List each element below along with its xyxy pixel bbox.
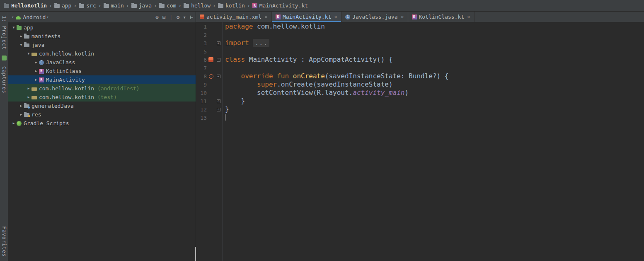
breadcrumb-item-mainactivity-kt[interactable]: KMainActivity.kt [251,2,309,9]
breadcrumb: HelloKotlin›app›src›main›java›com›hellow… [0,0,644,12]
code-pane[interactable]: package com.hellow.kotlinimport ...class… [223,22,644,261]
chevron-down-icon[interactable]: ▾ [46,15,48,19]
tab-mainactivity-kt[interactable]: KMainActivity.kt× [272,12,341,22]
close-tab-icon[interactable]: × [264,14,268,20]
gutter-row: 9 [197,80,222,89]
breadcrumb-item-java[interactable]: java [130,2,153,9]
chevron-collapsed-icon[interactable]: ▶ [33,60,39,64]
chevron-collapsed-icon[interactable]: ▶ [18,113,24,116]
folder-res-icon [24,113,29,117]
breadcrumb-item-main[interactable]: main [102,2,125,9]
chevron-collapsed-icon[interactable]: ▶ [18,34,24,38]
fold-end-icon[interactable]: ˄ [217,108,220,111]
fold-minus-icon[interactable]: − [217,58,220,62]
code-line-10[interactable]: setContentView(R.layout.activity_main) [225,89,644,97]
kotlin-file-icon: K [276,15,281,19]
chevron-expanded-icon[interactable]: ▼ [26,52,31,56]
tree-item-javaclass[interactable]: ▶CJavaClass [8,58,196,67]
tree-item-generatedjava[interactable]: ▶generatedJava [8,102,196,110]
close-tab-icon[interactable]: × [401,14,404,20]
fold-end-icon[interactable]: ˄ [217,99,220,103]
tree-item-label: app [24,24,33,31]
breadcrumb-item-app[interactable]: app [53,2,73,9]
code-line-11[interactable]: } [225,97,644,105]
text-caret [225,114,225,121]
tree-item-kotlinclass[interactable]: ▶KKotlinClass [8,67,196,75]
collapse-all-button[interactable]: ⊟ [162,14,166,20]
java-class-icon: C [39,60,44,65]
chevron-expanded-icon[interactable]: ▼ [11,26,17,29]
tool-button-favorites[interactable]: Favorites [1,226,7,257]
tool-window-stripe: 1: ProjectCapturesFavorites [0,12,8,261]
breadcrumb-separator: › [48,2,53,9]
tab-activity-main-xml[interactable]: activity_main.xml× [196,12,272,22]
tree-item-manifests[interactable]: ▶manifests [8,32,196,41]
breadcrumb-item-hellow[interactable]: hellow [182,2,212,9]
chevron-collapsed-icon[interactable]: ▶ [26,87,31,90]
main-row: 1: ProjectCapturesFavorites ▾ Android ▾ … [0,12,644,261]
tree-item-com-hellow-kotlin-test[interactable]: ▶com.hellow.kotlin (test) [8,93,196,102]
code-line-12[interactable]: } [225,105,644,114]
chevron-collapsed-icon[interactable]: ▶ [11,121,17,125]
settings-button[interactable]: ⚙ ▾ [177,14,186,20]
code-token: import [225,39,253,47]
tool-button-1-project[interactable]: 1: Project [1,16,7,50]
android-activity-gutter-icon[interactable] [208,57,213,62]
tool-button-captures[interactable]: Captures [1,66,7,94]
breadcrumb-item-hellokotlin[interactable]: HelloKotlin [2,2,48,9]
line-number: 12 [197,106,207,113]
breadcrumb-label: HelloKotlin [11,2,47,9]
chevron-collapsed-icon[interactable]: ▶ [33,78,39,82]
tree-item-res[interactable]: ▶res [8,110,196,119]
breadcrumb-item-src[interactable]: src [77,2,97,9]
tree-item-com-hellow-kotlin[interactable]: ▼com.hellow.kotlin [8,49,196,58]
code-token: override fun [241,72,293,80]
splitter-grip[interactable] [195,247,196,261]
tree-item-gradle-scripts[interactable]: ▶Gradle Scripts [8,119,196,128]
code-line-5[interactable] [225,47,644,56]
code-line-9[interactable]: super.onCreate(savedInstanceState) [225,80,644,89]
hide-button[interactable]: ⊢ [190,14,193,20]
java-file-icon: C [345,15,350,19]
tab-label: KotlinClass.kt [419,14,465,20]
breadcrumb-item-com[interactable]: com [158,2,177,9]
editor-gutter: 123+56−78↑−91011˄12˄13 [196,22,223,261]
locate-button[interactable]: ⊕ [155,14,159,20]
code-editor[interactable]: 123+56−78↑−91011˄12˄13 package com.hello… [196,22,644,261]
line-number: 11 [197,98,207,104]
tree-item-mainactivity[interactable]: ▶KMainActivity [8,75,196,84]
line-number: 8 [197,73,207,80]
panel-toolbar: ⊕⊟|⚙ ▾⊢ [155,14,193,20]
tree-item-label: com.hellow.kotlin [39,51,94,57]
tab-kotlinclass-kt[interactable]: KKotlinClass.kt× [408,12,475,22]
folder-icon [131,4,137,8]
tab-javaclass-java[interactable]: CJavaClass.java× [341,12,408,22]
tree-item-app[interactable]: ▼app [8,23,196,32]
tree-item-com-hellow-kotlin-androidtest[interactable]: ▶com.hellow.kotlin (androidTest) [8,84,196,93]
chevron-collapsed-icon[interactable]: ▶ [33,69,39,73]
code-line-13[interactable] [225,114,644,122]
tree-item-label: Gradle Scripts [24,120,69,126]
tree-item-java[interactable]: ▼java [8,41,196,49]
chevron-collapsed-icon[interactable]: ▶ [18,104,24,108]
code-line-3[interactable]: import ... [225,39,644,47]
override-method-gutter-icon[interactable]: ↑ [209,74,213,79]
code-line-2[interactable] [225,31,644,39]
fold-slot: ˄ [215,99,222,103]
code-line-1[interactable]: package com.hellow.kotlin [225,22,644,31]
tree-item-label: KotlinClass [46,68,82,74]
close-tab-icon[interactable]: × [467,14,470,20]
chevron-expanded-icon[interactable]: ▼ [18,43,24,47]
code-line-7[interactable] [225,64,644,72]
close-tab-icon[interactable]: × [334,14,337,20]
gutter-row: 13 [197,114,222,122]
breadcrumb-item-kotlin[interactable]: kotlin [217,2,246,9]
fold-plus-icon[interactable]: + [217,41,220,45]
chevron-collapsed-icon[interactable]: ▶ [26,95,31,99]
code-line-6[interactable]: class MainActivity : AppCompatActivity()… [225,56,644,64]
view-selector[interactable]: Android [23,14,46,20]
code-line-8[interactable]: override fun onCreate(savedInstanceState… [225,72,644,80]
code-token: (savedInstanceState: Bundle?) { [325,72,449,80]
fold-slot: − [215,75,222,78]
fold-minus-icon[interactable]: − [217,75,220,78]
